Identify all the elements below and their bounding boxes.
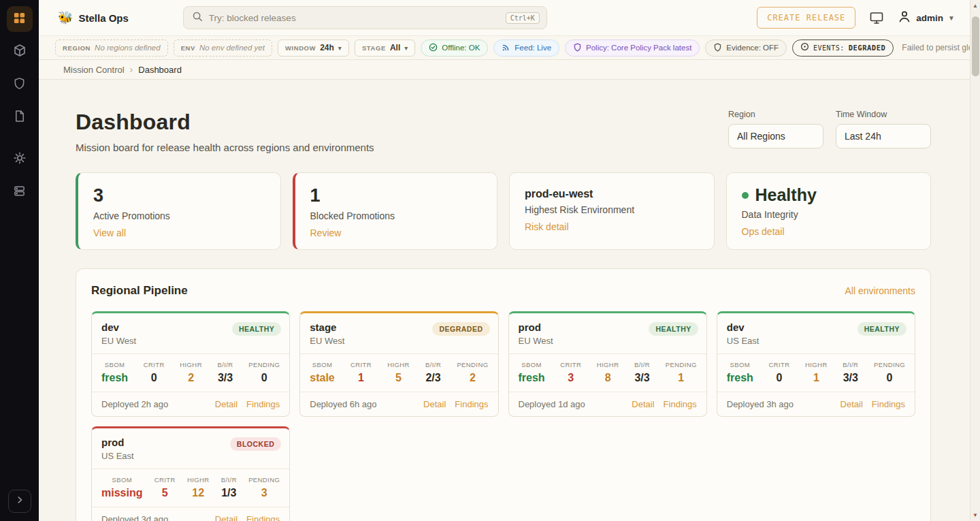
- detail-link[interactable]: Detail: [840, 399, 863, 409]
- metric-value: 1/3: [221, 487, 237, 499]
- metric-value: 0: [248, 372, 280, 384]
- status-badge: HEALTHY: [232, 322, 281, 336]
- breadcrumb-mission-control[interactable]: Mission Control: [63, 65, 125, 75]
- pipeline-card-dev-us-east: dev US East HEALTHY SBOMfresh CRITR0 HIG…: [717, 311, 915, 417]
- metric-value: 2: [457, 372, 488, 384]
- metric-highr: HIGHR1: [805, 361, 828, 384]
- scrollbar-thumb[interactable]: [972, 16, 979, 76]
- search-input[interactable]: [209, 13, 500, 23]
- create-release-button[interactable]: CREATE RELEASE: [757, 7, 855, 29]
- stage-context-dropdown[interactable]: STAGE All ▾: [355, 40, 415, 57]
- detail-link[interactable]: Detail: [215, 514, 238, 521]
- metric-label: PENDING: [248, 476, 280, 484]
- metric-sbom: SBOMfresh: [519, 361, 545, 384]
- sidebar-collapse-toggle[interactable]: [8, 490, 31, 513]
- sidebar-item-infrastructure[interactable]: [7, 179, 33, 205]
- scroll-up-arrow-icon[interactable]: ▲: [973, 3, 978, 9]
- display-mode-button[interactable]: [869, 11, 884, 25]
- metric-value: 2: [180, 372, 202, 384]
- highest-risk-card: prod-eu-west Highest Risk Environment Ri…: [509, 172, 715, 250]
- metric-value: 3: [560, 372, 581, 384]
- metric-highr: HIGHR8: [597, 361, 619, 384]
- metric-critr: CRITR5: [154, 476, 176, 499]
- metric-value: 8: [597, 372, 619, 384]
- metric-label: PENDING: [666, 361, 697, 368]
- global-search[interactable]: Ctrl+K: [183, 6, 547, 29]
- env-region: EU West: [310, 336, 488, 346]
- evidence-status-chip[interactable]: Evidence: OFF: [705, 40, 787, 57]
- regional-pipeline-panel: Regional Pipeline All environments dev E…: [76, 268, 931, 521]
- policy-status-chip[interactable]: Policy: Core Policy Pack latest: [565, 40, 700, 57]
- sidebar-item-security[interactable]: [7, 72, 33, 97]
- sidebar-item-reports[interactable]: [7, 104, 33, 130]
- findings-link[interactable]: Findings: [246, 514, 280, 521]
- findings-link[interactable]: Findings: [872, 399, 905, 409]
- app-logo-icon: 🐝: [58, 10, 73, 25]
- sidebar-item-settings[interactable]: [7, 146, 33, 172]
- detail-link[interactable]: Detail: [632, 399, 654, 409]
- view-all-link[interactable]: View all: [93, 227, 265, 238]
- active-promotions-card: 3 Active Promotions View all: [76, 172, 281, 250]
- data-integrity-card: Healthy Data Integrity Ops detail: [726, 172, 932, 250]
- user-menu[interactable]: admin ▼: [898, 10, 955, 26]
- chevron-down-icon: ▾: [338, 44, 342, 52]
- env-context-pill[interactable]: ENV No env defined yet: [174, 40, 272, 57]
- metric-label: CRITR: [350, 361, 372, 368]
- deployed-timestamp: Deployed 2h ago: [101, 399, 168, 409]
- region-pill-label: REGION: [63, 44, 91, 52]
- metric-label: SBOM: [101, 361, 128, 368]
- findings-link[interactable]: Findings: [455, 399, 488, 409]
- breadcrumb: Mission Control › Dashboard: [39, 60, 970, 80]
- sidebar-item-dashboard[interactable]: [7, 6, 33, 32]
- breadcrumb-dashboard: Dashboard: [138, 65, 182, 75]
- metric-label: HIGHR: [597, 361, 619, 368]
- window-pill-value: 24h: [320, 43, 334, 52]
- pipeline-card-stage-eu-west: stage EU West DEGRADED SBOMstale CRITR1 …: [299, 311, 498, 417]
- highest-risk-label: Highest Risk Environment: [525, 204, 699, 215]
- risk-detail-link[interactable]: Risk detail: [525, 221, 699, 232]
- metric-value: 0: [768, 372, 789, 384]
- time-window-filter-select[interactable]: Last 24h: [836, 124, 931, 148]
- sidebar-item-releases[interactable]: [7, 39, 33, 65]
- review-link[interactable]: Review: [310, 227, 483, 238]
- status-badge: DEGRADED: [432, 322, 489, 336]
- metric-label: B/I/R: [843, 361, 858, 368]
- metric-pending: PENDING2: [457, 361, 488, 384]
- events-value: DEGRADED: [849, 44, 886, 52]
- metric-value: 5: [387, 372, 410, 384]
- offline-status-chip[interactable]: Offline: OK: [421, 40, 488, 57]
- document-icon: [13, 110, 26, 125]
- region-filter-select[interactable]: All Regions: [728, 124, 823, 148]
- brand[interactable]: 🐝 Stella Ops: [58, 10, 129, 25]
- region-context-pill[interactable]: REGION No regions defined: [55, 40, 168, 57]
- status-badge: BLOCKED: [230, 437, 281, 451]
- all-environments-link[interactable]: All environments: [845, 285, 916, 296]
- events-status-chip[interactable]: EVENTS: DEGRADED: [792, 40, 894, 57]
- env-region: US East: [101, 451, 280, 461]
- stage-pill-value: All: [390, 43, 400, 52]
- ops-detail-link[interactable]: Ops detail: [742, 226, 916, 237]
- env-region: EU West: [519, 336, 697, 346]
- status-badge: HEALTHY: [649, 322, 698, 336]
- feed-status-chip[interactable]: Feed: Live: [493, 40, 559, 57]
- detail-link[interactable]: Detail: [215, 399, 238, 409]
- metric-sbom: SBOMmissing: [101, 476, 142, 499]
- scroll-down-arrow-icon[interactable]: ▼: [973, 512, 978, 518]
- detail-link[interactable]: Detail: [423, 399, 446, 409]
- window-context-dropdown[interactable]: WINDOW 24h ▾: [278, 40, 349, 57]
- data-integrity-value: Healthy: [755, 185, 817, 205]
- vertical-scrollbar[interactable]: ▲ ▼: [970, 0, 980, 521]
- time-window-filter-label: Time Window: [836, 110, 931, 119]
- findings-link[interactable]: Findings: [246, 399, 280, 409]
- metric-label: CRITR: [560, 361, 581, 368]
- evidence-status-text: Evidence: OFF: [726, 44, 779, 52]
- metric-pending: PENDING0: [874, 361, 905, 384]
- metric-label: HIGHR: [387, 361, 410, 368]
- findings-link[interactable]: Findings: [664, 399, 697, 409]
- env-pill-label: ENV: [181, 44, 195, 52]
- metric-value: 2/3: [425, 372, 441, 384]
- metric-highr: HIGHR2: [180, 361, 202, 384]
- page-title: Dashboard: [76, 110, 374, 135]
- metric-pending: PENDING1: [666, 361, 697, 384]
- metric-value: 3/3: [217, 372, 233, 384]
